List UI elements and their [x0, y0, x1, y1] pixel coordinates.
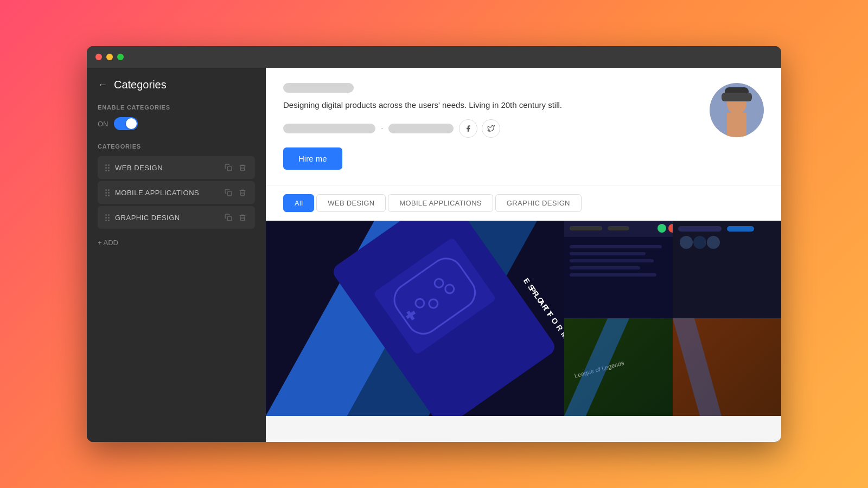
filter-bar: All WEB DESIGN MOBILE APPLICATIONS GRAPH…: [266, 185, 781, 221]
add-category-button[interactable]: + ADD: [87, 231, 266, 254]
category-name-graphic-design: GRAPHIC DESIGN: [115, 214, 224, 222]
twitter-icon[interactable]: [482, 119, 500, 138]
portfolio-artwork: ESPORT PLATFORM: [266, 221, 781, 416]
sidebar-header: ← Categories: [87, 79, 266, 104]
meta-separator: ·: [381, 124, 383, 133]
categories-section-label: CATEGORIES: [98, 143, 255, 150]
enable-categories-section: ENABLE CATEGORIES ON: [87, 104, 266, 143]
svg-point-36: [680, 236, 693, 249]
category-actions-graphic-design: [224, 213, 247, 222]
svg-rect-30: [570, 259, 654, 262]
svg-rect-25: [608, 226, 629, 230]
svg-rect-29: [570, 252, 646, 255]
traffic-light-yellow[interactable]: [106, 54, 113, 60]
svg-rect-7: [722, 93, 752, 101]
filter-tab-graphic-design[interactable]: GRAPHIC DESIGN: [495, 194, 582, 212]
main-content: Designing digital products across the us…: [266, 68, 781, 442]
social-icons: [459, 119, 500, 138]
svg-rect-0: [227, 166, 232, 171]
drag-handle-web-design: [105, 164, 110, 171]
svg-point-26: [658, 224, 666, 233]
svg-rect-33: [673, 221, 781, 318]
sidebar-title: Categories: [114, 79, 167, 91]
svg-rect-34: [678, 226, 722, 232]
category-item-web-design[interactable]: WEB DESIGN: [98, 156, 255, 179]
traffic-light-green[interactable]: [117, 54, 124, 60]
meta-pill-location: [283, 124, 375, 133]
categories-section: CATEGORIES WEB DESIGN: [87, 143, 266, 229]
duplicate-button-web-design[interactable]: [224, 163, 233, 172]
duplicate-button-graphic-design[interactable]: [224, 213, 233, 222]
bio-text: Designing digital products across the us…: [283, 99, 630, 112]
sidebar: ← Categories ENABLE CATEGORIES ON CATEGO…: [87, 68, 266, 442]
delete-button-graphic-design[interactable]: [238, 213, 247, 222]
drag-handle-graphic-design: [105, 214, 110, 221]
category-name-mobile-applications: MOBILE APPLICATIONS: [115, 189, 224, 197]
categories-toggle[interactable]: [114, 117, 138, 130]
enable-categories-label: ENABLE CATEGORIES: [98, 104, 255, 111]
svg-rect-32: [570, 273, 656, 277]
svg-rect-1: [227, 191, 232, 196]
avatar: [710, 83, 764, 137]
profile-section: Designing digital products across the us…: [266, 68, 781, 185]
category-actions-web-design: [224, 163, 247, 172]
delete-button-web-design[interactable]: [238, 163, 247, 172]
browser-titlebar: [87, 46, 781, 68]
duplicate-button-mobile-applications[interactable]: [224, 188, 233, 197]
filter-tab-all[interactable]: All: [283, 194, 314, 212]
svg-rect-2: [227, 216, 232, 221]
svg-rect-24: [570, 226, 602, 230]
facebook-icon[interactable]: [459, 119, 477, 138]
category-item-mobile-applications[interactable]: MOBILE APPLICATIONS: [98, 181, 255, 204]
svg-point-37: [693, 236, 706, 249]
traffic-light-red[interactable]: [95, 54, 102, 60]
delete-button-mobile-applications[interactable]: [238, 188, 247, 197]
hire-me-button[interactable]: Hire me: [283, 147, 342, 170]
filter-tab-mobile-applications[interactable]: MOBILE APPLICATIONS: [388, 194, 493, 212]
meta-pill-role: [388, 124, 454, 133]
svg-rect-28: [570, 245, 662, 248]
browser-content: ← Categories ENABLE CATEGORIES ON CATEGO…: [87, 68, 781, 442]
svg-rect-5: [727, 113, 746, 137]
portfolio-background: ESPORT PLATFORM: [266, 221, 781, 416]
meta-bar: ·: [283, 119, 710, 138]
toggle-on-label: ON: [98, 120, 108, 128]
svg-point-38: [707, 236, 720, 249]
browser-window: ← Categories ENABLE CATEGORIES ON CATEGO…: [87, 46, 781, 442]
profile-left: Designing digital products across the us…: [283, 83, 710, 170]
drag-handle-mobile-applications: [105, 189, 110, 196]
toggle-thumb: [126, 118, 137, 129]
toggle-wrapper: ON: [98, 117, 255, 130]
back-icon: ←: [98, 79, 107, 91]
svg-rect-35: [727, 226, 754, 232]
category-actions-mobile-applications: [224, 188, 247, 197]
portfolio-section: ESPORT PLATFORM: [266, 221, 781, 416]
filter-tab-web-design[interactable]: WEB DESIGN: [316, 194, 386, 212]
category-item-graphic-design[interactable]: GRAPHIC DESIGN: [98, 206, 255, 229]
category-name-web-design: WEB DESIGN: [115, 164, 224, 172]
name-placeholder-bar: [283, 83, 354, 93]
svg-rect-31: [570, 266, 640, 269]
back-button[interactable]: ←: [98, 79, 107, 91]
